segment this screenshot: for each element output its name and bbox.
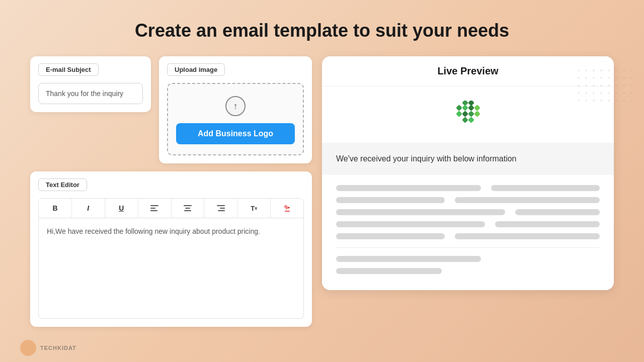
email-subject-block: E-mail Subject [30,56,151,112]
text-editor-label: Text Editor [38,178,87,191]
svg-point-10 [593,77,595,79]
bottom-logo: TECHKIDAT [20,340,76,356]
preview-message-banner: We've received your inquiry with below i… [322,143,614,175]
upload-icon: ↑ [225,96,246,116]
placeholder-bar [336,185,481,191]
placeholder-bar [336,221,485,227]
svg-rect-52 [462,105,468,111]
svg-point-14 [623,77,625,79]
svg-point-32 [578,100,580,102]
text-size-button[interactable]: Tx [237,199,271,218]
svg-point-11 [600,77,602,79]
preview-logo-area [322,86,614,143]
add-logo-button[interactable]: Add Business Logo [176,123,295,144]
preview-logo [448,101,488,131]
svg-point-1 [585,69,587,71]
svg-point-22 [623,84,625,86]
placeholder-bar [336,256,481,262]
svg-point-21 [615,84,617,86]
live-preview-header: Live Preview [322,56,614,86]
preview-row-7 [336,268,600,274]
svg-point-39 [630,100,632,102]
underline-button[interactable]: U [105,199,138,218]
svg-point-37 [615,100,617,102]
svg-rect-53 [468,105,474,111]
preview-row-3 [336,209,600,215]
svg-rect-41 [150,208,155,209]
preview-content-area [322,175,614,290]
main-content: E-mail Subject Upload image ↑ Add Busine… [0,56,644,327]
logo-circle [20,340,36,356]
align-right-button[interactable] [204,199,237,218]
logo-text: TECHKIDAT [40,345,76,351]
placeholder-bar [515,209,600,215]
svg-point-23 [630,84,632,86]
svg-point-6 [623,69,625,71]
svg-rect-46 [217,205,225,206]
svg-point-4 [608,69,610,71]
svg-point-26 [593,92,595,94]
placeholder-bar [455,197,600,203]
svg-point-9 [585,77,587,79]
top-row: E-mail Subject Upload image ↑ Add Busine… [30,56,312,163]
svg-point-15 [630,77,632,79]
highlight-button[interactable] [271,199,303,218]
preview-row-6 [336,256,600,262]
svg-rect-60 [468,117,474,123]
svg-point-12 [608,77,610,79]
bold-button[interactable]: B [39,199,72,218]
svg-rect-58 [474,111,480,117]
placeholder-bar [336,268,442,274]
placeholder-bar [336,197,445,203]
editor-toolbar: B I U Tx [38,198,304,218]
dots-decoration [574,65,634,108]
svg-point-2 [593,69,595,71]
svg-rect-43 [184,205,192,206]
svg-point-3 [600,69,602,71]
svg-point-30 [623,92,625,94]
svg-point-27 [600,92,602,94]
preview-row-1 [336,185,600,191]
svg-point-31 [630,92,632,94]
placeholder-bar [336,209,505,215]
svg-point-33 [585,100,587,102]
upload-image-block: Upload image ↑ Add Business Logo [159,56,312,163]
align-left-button[interactable] [138,199,172,218]
svg-point-13 [615,77,617,79]
svg-point-24 [578,92,580,94]
svg-rect-55 [456,111,462,117]
placeholder-bar [336,233,445,239]
editor-body[interactable]: Hi,We have received the following new in… [38,218,304,319]
upload-dropzone[interactable]: ↑ Add Business Logo [167,83,304,155]
svg-point-20 [608,84,610,86]
svg-rect-45 [184,210,191,211]
svg-point-5 [615,69,617,71]
svg-rect-44 [185,208,190,209]
svg-point-36 [608,100,610,102]
align-center-button[interactable] [172,199,205,218]
svg-rect-57 [468,111,474,117]
italic-button[interactable]: I [72,199,105,218]
svg-point-19 [600,84,602,86]
svg-point-17 [585,84,587,86]
svg-point-35 [600,100,602,102]
email-subject-input[interactable] [38,83,143,104]
svg-rect-40 [150,205,158,206]
upload-image-label: Upload image [167,63,225,76]
live-preview-panel: Live Preview [322,56,614,290]
svg-point-29 [615,92,617,94]
svg-rect-51 [456,105,462,111]
svg-point-7 [630,69,632,71]
svg-point-28 [608,92,610,94]
placeholder-bar [491,185,600,191]
preview-divider [336,247,600,248]
svg-rect-59 [462,117,468,123]
svg-rect-54 [474,105,480,111]
svg-point-34 [593,100,595,102]
svg-point-16 [578,84,580,86]
placeholder-bar [495,221,600,227]
email-subject-label: E-mail Subject [38,63,99,76]
svg-rect-47 [220,208,225,209]
text-editor-block: Text Editor B I U Tx [30,171,312,327]
svg-rect-56 [462,111,468,117]
